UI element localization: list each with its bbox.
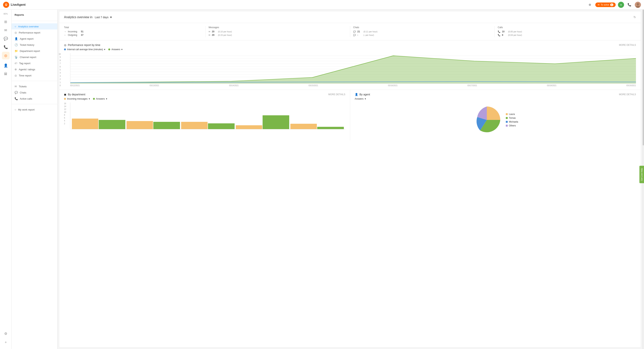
dept-filter1-chevron-icon: ▾: [89, 97, 90, 100]
department-report-icon: 📁: [14, 49, 18, 52]
tag-report-icon: 🏷: [14, 62, 17, 65]
sidebar-item-chats[interactable]: 💬 Chats: [12, 89, 57, 96]
michaela-dot-icon: [506, 121, 508, 123]
time-report-icon: ◎: [14, 74, 17, 77]
performance-more-details[interactable]: MORE DETAILS: [619, 44, 636, 46]
sidebar-icon-knowledge[interactable]: 🏛: [2, 70, 10, 78]
phone-button[interactable]: 📞: [626, 2, 632, 8]
sidebar-icon-dashboard[interactable]: ⊞: [2, 18, 10, 26]
bar-green-5: [317, 127, 344, 129]
avatar[interactable]: [635, 2, 641, 8]
bar-orange-3: [181, 122, 208, 129]
agent-more-details[interactable]: MORE DETAILS: [619, 93, 636, 96]
sidebar-icon-contacts[interactable]: 👤: [2, 62, 10, 69]
dept-filter2-label: Answers: [96, 97, 105, 100]
outgoing-label: Outgoing: [68, 34, 79, 36]
blue-dot-icon: [64, 48, 66, 50]
sidebar-item-agent-report[interactable]: 👤 Agent report: [12, 36, 57, 42]
sidebar-item-label: Tag report: [19, 62, 30, 65]
stats-total-title: Total: [64, 26, 202, 29]
bar-group-5: [290, 124, 344, 129]
sidebar-icon-add[interactable]: ＋: [2, 338, 10, 346]
agent-section-title: 👤 By agent: [355, 93, 370, 96]
dept-filter-incoming[interactable]: Incoming messages ▾: [64, 97, 90, 100]
chats-icon: 💬: [14, 91, 18, 94]
bottom-sections: ◼ By department MORE DETAILS Incoming me…: [60, 90, 640, 140]
period-label: Last 7 days: [95, 16, 109, 19]
bar-orange-1: [72, 119, 98, 129]
sidebar-icon-analytics[interactable]: ◎: [2, 52, 10, 59]
period-selector[interactable]: Last 7 days ▼: [95, 16, 112, 19]
performance-section-title: ◎ Performance report by time: [64, 43, 100, 46]
stat-incoming-calls: 📞 10 (0.05 per hour): [498, 30, 636, 33]
sidebar-item-performance-report[interactable]: ◎ Performance report: [12, 29, 57, 36]
logo-text: LiveAgent: [11, 3, 26, 6]
x-axis-labels: 03/12/2021 03/13/2021 03/14/2021 03/15/2…: [70, 84, 636, 87]
orange-dot-icon: [64, 98, 66, 100]
sidebar-icon-chat[interactable]: 💬: [2, 35, 10, 42]
incoming-calls-rate: (0.05 per hour): [508, 30, 522, 33]
pie-chart-section: Laura Tomas Michaela: [350, 102, 641, 137]
to-solve-label: To solve: [601, 3, 609, 6]
scrollbar-thumb[interactable]: [643, 9, 644, 145]
sidebar-item-channel-report[interactable]: 📡 Channel report: [12, 54, 57, 60]
legend-tomas: Tomas: [506, 117, 518, 119]
filter1-chevron-icon: ▾: [104, 48, 105, 51]
sidebar-item-time-report[interactable]: ◎ Time report: [12, 72, 57, 78]
stats-chats-title: Chats: [353, 26, 492, 29]
outgoing-messages-rate: (0.15 per hour): [218, 34, 232, 36]
by-agent-section: 👤 By agent MORE DETAILS Answers ▾: [350, 90, 641, 140]
sidebar-item-tag-report[interactable]: 🏷 Tag report: [12, 60, 57, 66]
dept-filter1-label: Incoming messages: [67, 97, 88, 100]
bar-group-2: [126, 121, 180, 129]
sidebar-icon-calls[interactable]: 📞: [2, 43, 10, 51]
stats-divider-3: [494, 26, 495, 37]
legend-michaela-label: Michaela: [509, 120, 518, 123]
active-calls-icon: 📞: [14, 97, 18, 100]
sidebar-item-tickets[interactable]: ✉ Tickets: [12, 83, 57, 89]
analytics-overview-icon: ○: [14, 25, 16, 28]
sidebar-item-agents-ratings[interactable]: ⊕ Agents' ratings: [12, 66, 57, 72]
stats-chats: Chats 💬 21 (0.11 per hour) 💬 - (- per ho…: [353, 26, 492, 37]
stat-outgoing-chats: 💬 - (- per hour): [353, 34, 492, 36]
stats-row: Total → Incoming 51 ← Outgoing 37 Messag…: [60, 23, 640, 40]
legend-michaela: Michaela: [506, 120, 518, 123]
others-dot-icon: [506, 125, 508, 127]
sidebar-item-ticket-history[interactable]: 🕐 Ticket history: [12, 42, 57, 48]
filter-answers[interactable]: Answers ▾: [108, 48, 122, 51]
dept-more-details[interactable]: MORE DETAILS: [328, 93, 345, 96]
sidebar-item-active-calls[interactable]: 📞 Active calls: [12, 96, 57, 102]
my-work-report-icon: ○: [14, 108, 16, 111]
sidebar-item-label: Active calls: [20, 97, 32, 100]
to-solve-button[interactable]: ✉ To solve 1: [595, 2, 616, 7]
legend-others: Others: [506, 124, 518, 127]
sidebar-icon-settings[interactable]: ⚙: [2, 330, 10, 338]
analytics-header: Analytics overview in Last 7 days ▼ ↻: [60, 11, 640, 23]
status-button[interactable]: ●: [618, 2, 624, 8]
main-content: Analytics overview in Last 7 days ▼ ↻ To…: [58, 9, 642, 349]
analytics-title: Analytics overview in: [64, 15, 92, 19]
dept-title-text: By department: [68, 93, 85, 96]
dept-filter-answers[interactable]: Answers ▾: [93, 97, 107, 100]
stats-total: Total → Incoming 51 ← Outgoing 37: [64, 26, 202, 37]
filter-internal-call[interactable]: Internal call average time (minutes) ▾: [64, 48, 105, 51]
sidebar-item-my-work-report[interactable]: ○ My work report: [12, 106, 57, 113]
live-help-button[interactable]: Get Live Help: [640, 166, 644, 183]
incoming-messages-num: 20: [212, 30, 216, 33]
refresh-button[interactable]: ↻: [634, 15, 636, 19]
incoming-label: Incoming: [68, 30, 79, 33]
performance-report-icon: ◎: [14, 31, 17, 34]
filter2-chevron-icon: ▾: [121, 48, 122, 51]
sidebar-item-department-report[interactable]: 📁 Department report: [12, 48, 57, 54]
agent-filter-answers[interactable]: Answers ▾: [355, 97, 366, 100]
sidebar-item-analytics-overview[interactable]: ○ Analytics overview: [12, 23, 57, 29]
add-button[interactable]: ⊕: [587, 2, 593, 8]
sidebar-icon-tickets[interactable]: ✉: [2, 26, 10, 34]
bar-green-4: [262, 115, 289, 129]
ticket-history-icon: 🕐: [14, 43, 18, 46]
bar-group-1: [72, 119, 125, 129]
bar-green-3: [208, 123, 234, 129]
green-dot-icon: [108, 48, 110, 50]
bar-green-2: [153, 122, 180, 129]
sidebar-item-label: Department report: [20, 50, 40, 52]
